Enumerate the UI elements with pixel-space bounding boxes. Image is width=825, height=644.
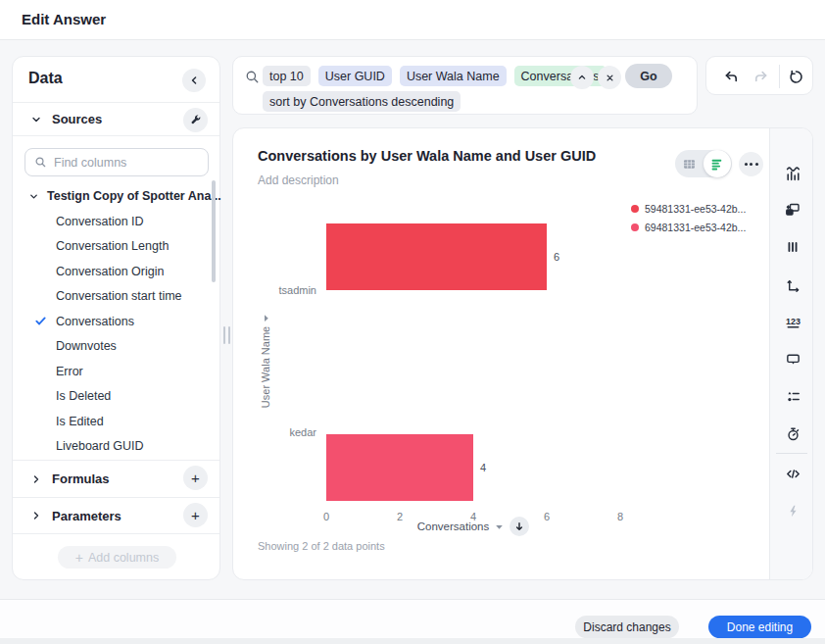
plus-icon: + bbox=[191, 471, 200, 485]
undo-icon bbox=[723, 69, 740, 85]
collapse-search-button[interactable] bbox=[570, 66, 594, 89]
column-item[interactable]: Conversation Origin bbox=[13, 259, 214, 284]
chart-view-button[interactable] bbox=[704, 150, 731, 177]
category-label: kedar bbox=[243, 426, 316, 438]
find-columns-input[interactable] bbox=[54, 156, 191, 170]
axis-settings-button[interactable] bbox=[782, 273, 803, 295]
chevron-down-icon bbox=[30, 114, 42, 125]
column-label: Is Deleted bbox=[56, 389, 111, 403]
more-options-button[interactable] bbox=[739, 152, 763, 176]
category-label: tsadmin bbox=[243, 284, 316, 296]
svg-text:123: 123 bbox=[786, 317, 801, 326]
add-parameter-button[interactable]: + bbox=[183, 503, 208, 527]
tooltip-icon bbox=[785, 351, 801, 368]
conditional-formatting-button[interactable] bbox=[782, 385, 803, 407]
change-visualization-button[interactable] bbox=[782, 162, 803, 183]
column-item[interactable]: Liveboard GUID bbox=[13, 434, 214, 460]
legend-item[interactable]: 69481331-ee53-42b... bbox=[631, 218, 746, 236]
column-label: Downvotes bbox=[56, 339, 117, 353]
chevron-right-icon bbox=[30, 473, 42, 485]
column-label: Liveboard GUID bbox=[56, 439, 144, 453]
column-label: Error bbox=[56, 365, 83, 378]
column-item[interactable]: Conversation start time bbox=[13, 284, 214, 310]
source-table-row[interactable]: Testign Copy of Spotter Ana... bbox=[13, 185, 219, 207]
table-icon bbox=[682, 157, 697, 172]
spark-ai-button[interactable] bbox=[782, 500, 803, 521]
chart-description-placeholder[interactable]: Add description bbox=[258, 173, 339, 187]
bottom-strip bbox=[0, 638, 825, 644]
table-chart-toggle bbox=[675, 150, 732, 177]
search-bar: top 10User GUIDUser Wala NameConversatio… bbox=[232, 56, 698, 115]
y-axis-title[interactable]: User Wala Name bbox=[260, 314, 271, 408]
discard-changes-button[interactable]: Discard changes bbox=[575, 616, 679, 638]
column-item[interactable]: Error bbox=[13, 359, 214, 384]
close-icon bbox=[605, 73, 615, 83]
column-list: Conversation IDConversation LengthConver… bbox=[13, 209, 214, 459]
column-item[interactable]: Conversations bbox=[13, 309, 214, 334]
redo-icon bbox=[752, 69, 769, 85]
answer-card: Conversations by User Wala Name and User… bbox=[232, 127, 813, 580]
search-token[interactable]: User GUID bbox=[318, 66, 392, 86]
page-title: Edit Answer bbox=[22, 11, 106, 27]
chart-legend: 59481331-ee53-42b...69481331-ee53-42b... bbox=[631, 199, 746, 236]
column-list-scrollbar[interactable] bbox=[212, 180, 216, 282]
legend-label: 69481331-ee53-42b... bbox=[645, 222, 746, 233]
panel-resize-handle[interactable] bbox=[223, 326, 230, 344]
chevron-up-icon bbox=[576, 72, 588, 83]
bar-value-label: 4 bbox=[480, 462, 486, 473]
column-item[interactable]: Is Edited bbox=[13, 409, 214, 434]
table-view-button[interactable] bbox=[675, 150, 704, 177]
code-button[interactable] bbox=[782, 463, 803, 484]
legend-item[interactable]: 59481331-ee53-42b... bbox=[631, 199, 746, 218]
search-tokens-row-1: top 10User GUIDUser Wala NameConversatio… bbox=[263, 66, 607, 86]
schedule-button[interactable] bbox=[782, 422, 803, 444]
column-item[interactable]: Is Deleted bbox=[13, 384, 214, 410]
chart-bar[interactable] bbox=[326, 223, 547, 290]
chevron-right-icon bbox=[30, 510, 42, 521]
find-columns-search bbox=[24, 148, 209, 176]
data-points-note: Showing 2 of 2 data points bbox=[258, 540, 385, 552]
search-token[interactable]: sort by Conversations descending bbox=[263, 91, 461, 112]
source-table-name: Testign Copy of Spotter Ana... bbox=[47, 189, 221, 203]
column-label: Conversation start time bbox=[56, 289, 182, 303]
reset-button[interactable] bbox=[785, 66, 806, 87]
search-token[interactable]: User Wala Name bbox=[400, 66, 507, 86]
done-editing-button[interactable]: Done editing bbox=[708, 616, 811, 638]
pin-board-icon bbox=[784, 201, 801, 219]
columns-icon bbox=[785, 239, 801, 255]
go-button[interactable]: Go bbox=[625, 64, 672, 88]
column-item[interactable]: Conversation ID bbox=[13, 209, 214, 234]
tooltip-settings-button[interactable] bbox=[782, 348, 803, 370]
data-panel-header: Data bbox=[13, 57, 219, 103]
legend-dot-icon bbox=[631, 223, 639, 231]
search-token[interactable]: top 10 bbox=[263, 66, 311, 86]
collapse-panel-button[interactable] bbox=[182, 69, 206, 92]
arrow-down-icon bbox=[513, 520, 525, 532]
column-item[interactable]: Downvotes bbox=[13, 334, 214, 360]
number-format-button[interactable]: 123 bbox=[782, 311, 803, 332]
bar-value-label: 6 bbox=[554, 251, 559, 263]
format-values-icon bbox=[785, 388, 801, 405]
add-formula-button[interactable]: + bbox=[183, 466, 208, 490]
column-label: Conversations bbox=[56, 315, 134, 328]
number-format-icon: 123 bbox=[784, 313, 802, 331]
caret-down-icon bbox=[263, 314, 269, 322]
column-item[interactable]: Conversation Length bbox=[13, 234, 214, 260]
redo-button[interactable] bbox=[750, 66, 771, 87]
axes-icon bbox=[785, 276, 801, 293]
clear-search-button[interactable] bbox=[598, 66, 621, 89]
data-panel: Data Sources bbox=[12, 56, 220, 580]
sort-descending-button[interactable] bbox=[510, 517, 529, 536]
search-tokens-row-2: sort by Conversations descending bbox=[263, 91, 461, 112]
column-label: Conversation ID bbox=[56, 215, 144, 228]
undo-button[interactable] bbox=[720, 66, 742, 87]
chart-tools-rail: 123 bbox=[769, 128, 812, 580]
x-axis-label[interactable]: Conversations bbox=[417, 520, 490, 532]
x-axis-title: Conversations bbox=[326, 517, 620, 536]
manage-sources-button[interactable] bbox=[183, 108, 208, 132]
add-columns-button[interactable]: + Add columns bbox=[58, 546, 176, 569]
pin-to-liveboard-button[interactable] bbox=[782, 199, 803, 221]
lightning-icon bbox=[786, 504, 801, 519]
chart-bar[interactable] bbox=[326, 434, 473, 501]
edit-columns-button[interactable] bbox=[782, 236, 803, 258]
